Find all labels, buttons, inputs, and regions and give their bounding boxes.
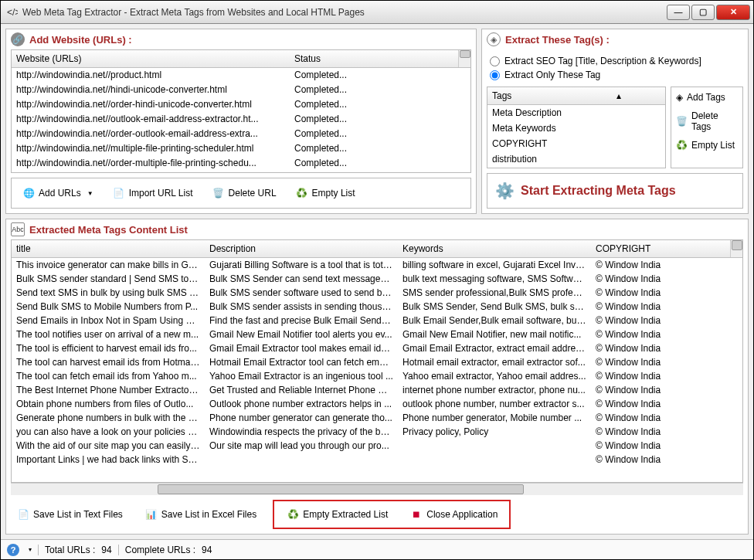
globe-icon: 🌐: [22, 186, 36, 200]
extracted-row[interactable]: The tool can fetch email ids from Yahoo …: [12, 369, 742, 383]
tag-actions: ◈Add Tags 🗑️Delete Tags ♻️Empty List: [671, 87, 743, 168]
extracted-vscrollbar[interactable]: [730, 240, 742, 257]
col-copyright[interactable]: COPYRIGHT: [591, 240, 730, 257]
radio-seo-tag[interactable]: Extract SEO Tag [Title, Description & Ke…: [490, 54, 740, 68]
gear-icon: ⚙️: [495, 182, 515, 200]
extracted-row[interactable]: Important Links | we had back links with…: [12, 453, 742, 467]
extracted-row[interactable]: This invoice generator can make bills in…: [12, 258, 742, 272]
complete-urls-value: 94: [202, 545, 212, 555]
chevron-up-icon[interactable]: ▴: [576, 90, 661, 101]
text-file-icon: 📄: [16, 507, 30, 521]
total-urls-value: 94: [101, 545, 111, 555]
col-title[interactable]: title: [12, 240, 205, 257]
col-keywords[interactable]: Keywords: [398, 240, 591, 257]
extracted-hscrollbar[interactable]: [11, 483, 743, 495]
urls-scrollbar[interactable]: [458, 50, 470, 67]
highlighted-actions: ♻️Empty Extracted List ⏹Close Applicatio…: [273, 500, 511, 529]
total-urls-label: Total URLs :: [45, 545, 95, 555]
app-code-icon: </>: [7, 7, 18, 18]
col-tags[interactable]: Tags: [492, 90, 576, 101]
window-title: Web Meta Tag Extractor - Extract Meta Ta…: [22, 7, 365, 18]
diamond-icon: ◈: [676, 92, 683, 103]
add-urls-title: Add Website (URLs) :: [29, 34, 132, 46]
col-status[interactable]: Status: [290, 50, 458, 67]
tag-item[interactable]: distribution: [487, 151, 665, 167]
maximize-button[interactable]: ▢: [691, 5, 715, 20]
col-description[interactable]: Description: [205, 240, 398, 257]
start-extracting-button[interactable]: ⚙️ Start Extracting Meta Tags: [487, 173, 743, 209]
tags-listbox[interactable]: Tags▴ Meta DescriptionMeta KeywordsCOPYR…: [487, 87, 666, 168]
add-urls-header: 🔗 Add Website (URLs) :: [6, 29, 476, 49]
save-excel-button[interactable]: 📊Save List in Excel Files: [139, 504, 262, 524]
urls-toolbar: 🌐Add URLs▼ 📄Import URL List 🗑️Delete URL…: [11, 178, 471, 209]
col-url[interactable]: Website (URLs): [12, 50, 290, 67]
extracted-grid[interactable]: title Description Keywords COPYRIGHT Thi…: [11, 239, 743, 483]
save-text-button[interactable]: 📄Save List in Text Files: [11, 504, 128, 524]
extracted-row[interactable]: Obtain phone numbers from files of Outlo…: [12, 397, 742, 411]
add-urls-button[interactable]: 🌐Add URLs▼: [16, 183, 99, 203]
extracted-row[interactable]: The Best Internet Phone Number Extractor…: [12, 383, 742, 397]
delete-icon: 🗑️: [212, 186, 226, 200]
delete-tags-button[interactable]: 🗑️Delete Tags: [676, 110, 738, 132]
empty-extracted-button[interactable]: ♻️Empty Extracted List: [280, 504, 393, 524]
extracted-row[interactable]: Send text SMS in bulk by using bulk SMS …: [12, 286, 742, 300]
client-area: 🔗 Add Website (URLs) : Website (URLs) St…: [1, 24, 753, 539]
status-bar: ?▾ Total URLs : 94 Complete URLs : 94: [1, 539, 753, 559]
extracted-panel: Abc Extracted Meta Tags Content List tit…: [5, 219, 749, 535]
url-row[interactable]: http://windowindia.net//outlook-email-ad…: [12, 112, 470, 127]
exit-icon: ⏹: [409, 507, 423, 521]
title-bar: </> Web Meta Tag Extractor - Extract Met…: [1, 1, 753, 24]
extracted-row[interactable]: Send Emails in Inbox Not in Spam Using B…: [12, 314, 742, 328]
empty-tags-button[interactable]: ♻️Empty List: [676, 140, 738, 151]
empty-list-button[interactable]: ♻️Empty List: [290, 183, 361, 203]
close-button[interactable]: ✕: [716, 5, 750, 20]
extracted-row[interactable]: Send Bulk SMS to Mobile Numbers from P..…: [12, 300, 742, 314]
tag-item[interactable]: Meta Description: [487, 105, 665, 120]
minimize-button[interactable]: —: [667, 5, 690, 20]
import-url-list-button[interactable]: 📄Import URL List: [107, 183, 199, 203]
extract-tags-panel: ◈ Extract These Tag(s) : Extract SEO Tag…: [481, 29, 749, 214]
extracted-row[interactable]: The tool can harvest email ids from Hotm…: [12, 355, 742, 369]
extract-tags-title: Extract These Tag(s) :: [505, 34, 610, 46]
import-icon: 📄: [112, 186, 126, 200]
url-row[interactable]: http://windowindia.net//product.htmlComp…: [12, 68, 470, 83]
extracted-row[interactable]: The tool is efficient to harvest email i…: [12, 341, 742, 355]
url-row[interactable]: http://windowindia.net//multiple-file-pr…: [12, 141, 470, 156]
extracted-row[interactable]: you can also have a look on your policie…: [12, 425, 742, 439]
url-row[interactable]: http://windowindia.net//hindi-unicode-co…: [12, 83, 470, 97]
add-tags-button[interactable]: ◈Add Tags: [676, 92, 738, 103]
abc-icon: Abc: [11, 222, 25, 236]
extract-tags-header: ◈ Extract These Tag(s) :: [482, 29, 748, 49]
svg-text:</>: </>: [7, 7, 18, 18]
add-urls-panel: 🔗 Add Website (URLs) : Website (URLs) St…: [5, 29, 477, 214]
urls-grid[interactable]: Website (URLs) Status http://windowindia…: [11, 49, 471, 173]
url-row[interactable]: http://windowindia.net//order-outlook-em…: [12, 127, 470, 141]
recycle-icon: ♻️: [286, 507, 300, 521]
recycle-icon: ♻️: [295, 186, 309, 200]
excel-file-icon: 📊: [144, 507, 158, 521]
extracted-row[interactable]: With the aid of our site map you can eas…: [12, 439, 742, 453]
delete-url-button[interactable]: 🗑️Delete URL: [206, 183, 282, 203]
app-window: </> Web Meta Tag Extractor - Extract Met…: [0, 0, 754, 560]
extracted-row[interactable]: Generate phone numbers in bulk with the …: [12, 411, 742, 425]
extracted-row[interactable]: Bulk SMS sender standard | Send SMS to m…: [12, 272, 742, 286]
url-row[interactable]: http://windowindia.net//order-hindi-unic…: [12, 97, 470, 112]
recycle-icon: ♻️: [676, 140, 688, 151]
extracted-grid-header: title Description Keywords COPYRIGHT: [12, 240, 742, 258]
url-row[interactable]: http://windowindia.net//order-multiple-f…: [12, 156, 470, 171]
tag-item[interactable]: COPYRIGHT: [487, 136, 665, 151]
delete-icon: 🗑️: [676, 116, 688, 127]
dropdown-icon: ▼: [87, 190, 93, 197]
dropdown-icon[interactable]: ▾: [29, 546, 32, 553]
help-icon[interactable]: ?: [7, 544, 19, 556]
diamond-icon: ◈: [487, 32, 501, 46]
close-application-button[interactable]: ⏹Close Application: [404, 504, 503, 524]
urls-grid-header: Website (URLs) Status: [12, 50, 470, 68]
complete-urls-label: Complete URLs :: [125, 545, 195, 555]
radio-only-these[interactable]: Extract Only These Tag: [490, 68, 740, 82]
tag-item[interactable]: Meta Keywords: [487, 120, 665, 136]
extracted-row[interactable]: The tool notifies user on arrival of a n…: [12, 328, 742, 341]
extracted-header: Abc Extracted Meta Tags Content List: [6, 219, 748, 239]
link-icon: 🔗: [11, 32, 25, 46]
extracted-title: Extracted Meta Tags Content List: [29, 224, 188, 236]
